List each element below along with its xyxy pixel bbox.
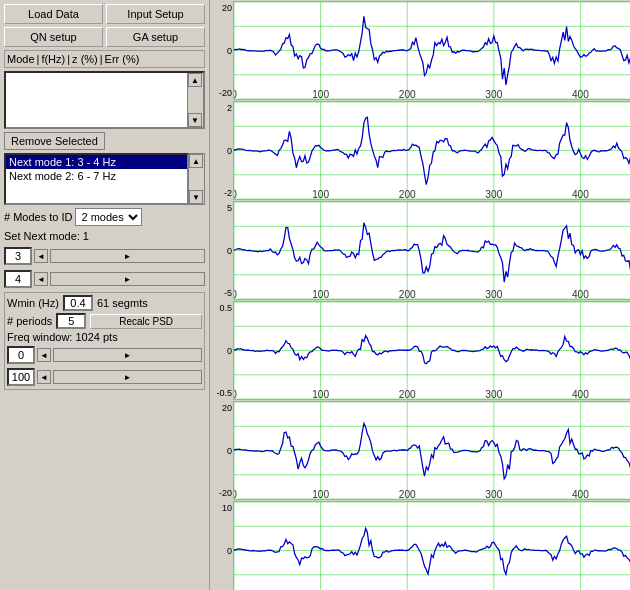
input-setup-button[interactable]: Input Setup — [106, 4, 205, 24]
spinner1-row: ◄ ► — [4, 247, 205, 265]
chart-svg-5: 0100200300400500600 — [234, 402, 630, 499]
periods-row: # periods Recalc PSD — [7, 313, 202, 329]
svg-text:400: 400 — [572, 289, 589, 299]
wmin-input[interactable] — [63, 295, 93, 311]
y-axis-6: 10 0 -10 — [211, 501, 233, 590]
chart-svg-2: 0100200300400500600 — [234, 102, 630, 199]
scrollbar-down-arrow[interactable]: ▼ — [188, 113, 202, 127]
chart-svg-3: 0100200300400500600 — [234, 202, 630, 299]
svg-text:0: 0 — [234, 89, 237, 99]
svg-text:400: 400 — [572, 89, 589, 99]
svg-text:400: 400 — [572, 189, 589, 199]
ga-setup-button[interactable]: GA setup — [106, 27, 205, 47]
separator2: | — [67, 53, 70, 65]
scrollbar-up-arrow[interactable]: ▲ — [188, 73, 202, 87]
spinner1-input[interactable] — [4, 247, 32, 265]
modes-list[interactable]: Next mode 1: 3 - 4 Hz Next mode 2: 6 - 7… — [4, 153, 189, 205]
modes-to-id-dropdown[interactable]: 2 modes 1 mode 3 modes — [75, 208, 142, 226]
freq-right2-btn[interactable]: ► — [53, 370, 202, 384]
svg-text:0: 0 — [234, 189, 237, 199]
svg-text:400: 400 — [572, 389, 589, 399]
mode-label: Mode — [7, 53, 35, 65]
load-data-button[interactable]: Load Data — [4, 4, 103, 24]
remove-selected-button[interactable]: Remove Selected — [4, 132, 105, 150]
mode-item-2[interactable]: Next mode 2: 6 - 7 Hz — [6, 169, 187, 183]
freq-spinner2-row: ◄ ► — [7, 368, 202, 386]
mode-table-area — [6, 73, 187, 127]
segments-label: 61 segmts — [97, 297, 148, 309]
chart-6[interactable]: 0100200300400500600M2LL6 — [233, 501, 630, 590]
wave-path-4 — [234, 333, 630, 364]
chart-svg-4: 0100200300400500600 — [234, 302, 630, 399]
modes-scrollbar-up[interactable]: ▲ — [189, 154, 203, 168]
svg-text:300: 300 — [485, 189, 502, 199]
fhz-label: f(Hz) — [41, 53, 65, 65]
mode-header: Mode | f(Hz) | z (%) | Err (%) — [4, 50, 205, 68]
freq-right1-btn[interactable]: ► — [53, 348, 202, 362]
freq-left1-btn[interactable]: ◄ — [37, 348, 51, 362]
y-axis-3: 5 0 -5 — [211, 201, 233, 300]
chart-row-1: 20 0 -20 0100200300400500600A1LV1 — [211, 1, 630, 100]
chart-3[interactable]: 0100200300400500600U1LL3 — [233, 201, 630, 300]
periods-input[interactable] — [56, 313, 86, 329]
svg-text:200: 200 — [399, 389, 416, 399]
chart-1[interactable]: 0100200300400500600A1LV1 — [233, 1, 630, 100]
y-axis-4: 0.5 0 -0.5 — [211, 301, 233, 400]
svg-text:0: 0 — [234, 389, 237, 399]
periods-label: # periods — [7, 315, 52, 327]
modes-to-id-row: # Modes to ID 2 modes 1 mode 3 modes — [4, 208, 205, 226]
chart-5[interactable]: 0100200300400500600B1LV5 — [233, 401, 630, 500]
set-next-mode-label: Set Next mode: 1 — [4, 229, 205, 243]
freq-left2-btn[interactable]: ◄ — [37, 370, 51, 384]
chart-svg-1: 0100200300400500600 — [234, 2, 630, 99]
chart-svg-6: 0100200300400500600 — [234, 502, 630, 590]
svg-text:0: 0 — [234, 489, 237, 499]
separator1: | — [37, 53, 40, 65]
wave-path-5 — [234, 418, 630, 479]
freq-window-row: Freq window: 1024 pts — [7, 331, 202, 343]
chart-4[interactable]: 0100200300400500600SLV4 — [233, 301, 630, 400]
wave-path-6 — [234, 524, 630, 575]
svg-text:0: 0 — [234, 289, 237, 299]
mode-item-1[interactable]: Next mode 1: 3 - 4 Hz — [6, 155, 187, 169]
scrollbar-track — [188, 87, 203, 113]
wmin-row: Wmin (Hz) 61 segmts — [7, 295, 202, 311]
svg-text:300: 300 — [485, 89, 502, 99]
spinner1-left-btn[interactable]: ◄ — [34, 249, 48, 263]
spinner1-right-btn[interactable]: ► — [50, 249, 205, 263]
svg-text:200: 200 — [399, 289, 416, 299]
svg-text:100: 100 — [312, 289, 329, 299]
wave-path-3 — [234, 218, 630, 282]
spinner2-input[interactable] — [4, 270, 32, 288]
y-axis-5: 20 0 -20 — [211, 401, 233, 500]
svg-text:100: 100 — [312, 189, 329, 199]
recalc-psd-button[interactable]: Recalc PSD — [90, 314, 202, 329]
svg-text:100: 100 — [312, 389, 329, 399]
spinner2-right-btn[interactable]: ► — [50, 272, 205, 286]
errlabel: Err (%) — [105, 53, 140, 65]
chart-2[interactable]: 0100200300400500600U1LT2 — [233, 101, 630, 200]
spinner2-row: ◄ ► — [4, 270, 205, 288]
wmin-label: Wmin (Hz) — [7, 297, 59, 309]
svg-text:100: 100 — [312, 89, 329, 99]
y-axis-2: 2 0 -2 — [211, 101, 233, 200]
y-axis-1: 20 0 -20 — [211, 1, 233, 100]
modes-to-id-label: # Modes to ID — [4, 211, 72, 223]
chart-row-6: 10 0 -10 0100200300400500600M2LL6 — [211, 501, 630, 590]
freq-val2-input[interactable] — [7, 368, 35, 386]
svg-text:300: 300 — [485, 389, 502, 399]
qn-setup-button[interactable]: QN setup — [4, 27, 103, 47]
freq-window-label: Freq window: 1024 pts — [7, 331, 118, 343]
svg-text:100: 100 — [312, 489, 329, 499]
freq-spinner1-row: ◄ ► — [7, 346, 202, 364]
modes-scrollbar-down[interactable]: ▼ — [189, 190, 203, 204]
chart-row-2: 2 0 -2 0100200300400500600U1LT2 — [211, 101, 630, 200]
svg-text:300: 300 — [485, 489, 502, 499]
svg-text:300: 300 — [485, 289, 502, 299]
spinner2-left-btn[interactable]: ◄ — [34, 272, 48, 286]
chart-row-4: 0.5 0 -0.5 0100200300400500600SLV4 — [211, 301, 630, 400]
freq-val1-input[interactable] — [7, 346, 35, 364]
separator3: | — [100, 53, 103, 65]
svg-text:400: 400 — [572, 489, 589, 499]
svg-text:200: 200 — [399, 89, 416, 99]
